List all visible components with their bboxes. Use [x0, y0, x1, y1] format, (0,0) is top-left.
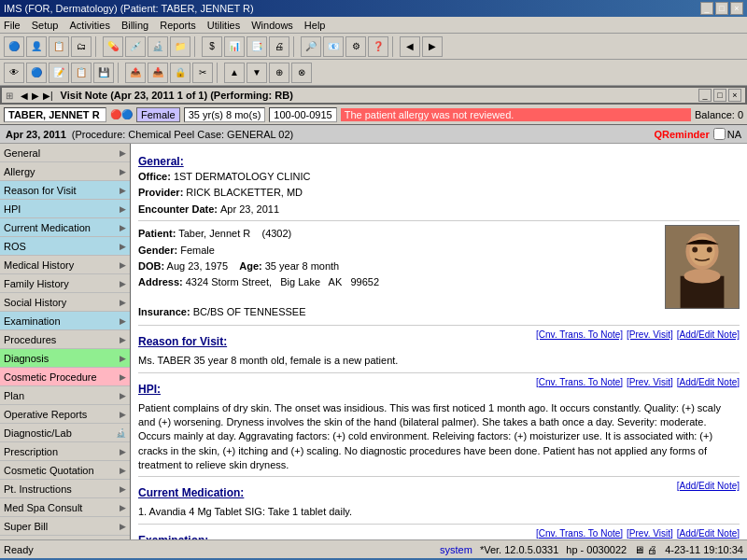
tb-btn-11[interactable]: 📑: [247, 36, 267, 57]
tb2-btn-9[interactable]: ✂: [192, 63, 213, 83]
vn-close[interactable]: ×: [728, 89, 741, 102]
sidebar-item-cosmeticquot[interactable]: Cosmetic Quotation ▶: [0, 461, 130, 480]
visit-note-header: ⊞ ◀ ▶ ▶| Visit Note (Apr 23, 2011 1 of 1…: [0, 86, 747, 105]
sidebar: General ▶ Allergy ▶ Reason for Visit ▶ H…: [0, 144, 131, 539]
sidebar-item-medication[interactable]: Current Medication ▶: [0, 218, 130, 237]
sidebar-item-medhistory[interactable]: Medical History ▶: [0, 256, 130, 274]
menu-reports[interactable]: Reports: [160, 20, 196, 31]
tb-btn-1[interactable]: 🔵: [4, 36, 24, 57]
sidebar-item-general[interactable]: General ▶: [0, 144, 130, 162]
sidebar-item-diagnosis[interactable]: Diagnosis ▶: [0, 349, 130, 368]
sidebar-item-ros[interactable]: ROS ▶: [0, 237, 130, 256]
tb-btn-5[interactable]: 💊: [103, 36, 123, 57]
tb-btn-18[interactable]: ▶: [422, 36, 443, 57]
general-header: General:: [138, 155, 740, 168]
qreminder-label[interactable]: QReminder: [654, 129, 709, 140]
exam-addedit[interactable]: [Add/Edit Note]: [677, 528, 740, 539]
tb2-btn-12[interactable]: ⊕: [269, 63, 289, 83]
hpi-prev[interactable]: [Prev. Visit]: [627, 377, 673, 387]
tb2-btn-11[interactable]: ▼: [247, 63, 267, 83]
sidebar-icon-19: ▶: [120, 503, 126, 512]
sidebar-item-cosmeticproc[interactable]: Cosmetic Procedure ▶: [0, 368, 130, 386]
sidebar-item-famhistory[interactable]: Family History ▶: [0, 274, 130, 293]
tb-btn-16[interactable]: ❓: [368, 36, 388, 57]
na-check-input[interactable]: [713, 128, 726, 140]
menu-activities[interactable]: Activities: [69, 20, 109, 31]
sidebar-item-medspa[interactable]: Med Spa Consult ▶: [0, 498, 130, 517]
sidebar-item-reason[interactable]: Reason for Visit ▶: [0, 181, 130, 200]
tb-btn-12[interactable]: 🖨: [269, 36, 289, 57]
tb-btn-10[interactable]: 📊: [224, 36, 245, 57]
patient-section: Patient: Taber, Jennet R (4302) Gender: …: [138, 225, 740, 321]
tb-btn-15[interactable]: ⚙: [345, 36, 366, 57]
tb2-btn-8[interactable]: 🔒: [170, 63, 190, 83]
toolbar-1: 🔵 👤 📋 🗂 💊 💉 🔬 📁 $ 📊 📑 🖨 🔎 📧 ⚙ ❓ ◀ ▶: [0, 34, 747, 60]
tb2-btn-6[interactable]: 📤: [125, 63, 146, 83]
content-scroll[interactable]: General: Office: 1ST DERMATOLOGY CLINIC …: [131, 144, 747, 539]
tb-btn-7[interactable]: 🔬: [148, 36, 168, 57]
tb-btn-6[interactable]: 💉: [125, 36, 146, 57]
sep-3: [293, 36, 297, 57]
sidebar-icon-2: ▶: [120, 186, 126, 195]
menu-windows[interactable]: Windows: [251, 20, 293, 31]
tb2-btn-10[interactable]: ▲: [224, 63, 245, 83]
tb-btn-13[interactable]: 🔎: [301, 36, 321, 57]
tb-btn-3[interactable]: 📋: [49, 36, 69, 57]
close-button[interactable]: ×: [730, 2, 743, 15]
patient-dob: DOB: Aug 23, 1975 Age: 35 year 8 month: [138, 259, 740, 273]
tb2-btn-3[interactable]: 📝: [49, 63, 69, 83]
tb-btn-4[interactable]: 🗂: [71, 36, 92, 57]
exam-cnv[interactable]: [Cnv. Trans. To Note]: [536, 528, 623, 539]
maximize-button[interactable]: □: [715, 2, 728, 15]
hpi-header: HPI:: [138, 383, 161, 396]
tb-btn-14[interactable]: 📧: [323, 36, 344, 57]
sidebar-item-vitalsigns[interactable]: Vital Signs ▶: [0, 536, 130, 539]
tb2-btn-4[interactable]: 📋: [71, 63, 92, 83]
na-checkbox[interactable]: NA: [713, 128, 741, 140]
patient-name-line: Patient: Taber, Jennet R (4302): [138, 227, 740, 241]
hpi-cnv[interactable]: [Cnv. Trans. To Note]: [536, 377, 623, 387]
tb2-btn-1[interactable]: 👁: [4, 63, 24, 83]
status-system: system: [440, 544, 472, 555]
sidebar-item-socialhistory[interactable]: Social History ▶: [0, 293, 130, 312]
sidebar-item-ptinstructions[interactable]: Pt. Instructions ▶: [0, 480, 130, 498]
hpi-addedit[interactable]: [Add/Edit Note]: [677, 377, 740, 387]
sidebar-item-prescription[interactable]: Prescription ▶: [0, 442, 130, 461]
rfv-actions: [Cnv. Trans. To Note] [Prev. Visit] [Add…: [536, 329, 740, 340]
tb2-btn-7[interactable]: 📥: [148, 63, 168, 83]
sidebar-item-examination[interactable]: Examination ▶: [0, 312, 130, 330]
sidebar-item-procedures[interactable]: Procedures ▶: [0, 330, 130, 349]
tb2-btn-5[interactable]: 💾: [93, 63, 114, 83]
tb-btn-9[interactable]: $: [202, 36, 222, 57]
cm-header: Current Medication:: [138, 486, 244, 499]
cm-addedit[interactable]: [Add/Edit Note]: [677, 481, 740, 491]
divider-5: [138, 524, 740, 525]
menu-help[interactable]: Help: [304, 20, 326, 31]
tb-btn-8[interactable]: 📁: [170, 36, 190, 57]
tb-btn-2[interactable]: 👤: [26, 36, 47, 57]
sidebar-item-superbill[interactable]: Super Bill ▶: [0, 517, 130, 536]
sidebar-item-hpi[interactable]: HPI ▶: [0, 200, 130, 218]
menu-utilities[interactable]: Utilities: [207, 20, 240, 31]
vn-minimize[interactable]: _: [698, 89, 712, 102]
menu-file[interactable]: File: [4, 20, 21, 31]
sidebar-item-plan[interactable]: Plan ▶: [0, 386, 130, 405]
tb2-btn-2[interactable]: 🔵: [26, 63, 47, 83]
rfv-cnv[interactable]: [Cnv. Trans. To Note]: [536, 329, 623, 340]
sidebar-item-allergy[interactable]: Allergy ▶: [0, 162, 130, 181]
tb-btn-17[interactable]: ◀: [400, 36, 420, 57]
exam-header: Examination:: [138, 534, 208, 539]
tb2-btn-13[interactable]: ⊗: [291, 63, 312, 83]
exam-prev[interactable]: [Prev. Visit]: [627, 528, 673, 539]
sidebar-icon-5: ▶: [120, 242, 126, 251]
menu-setup[interactable]: Setup: [32, 20, 59, 31]
general-encounter: Encounter Date: Apr 23, 2011: [138, 203, 740, 217]
minimize-button[interactable]: _: [700, 2, 713, 15]
sidebar-item-diaglab[interactable]: Diagnostic/Lab 🔬: [0, 424, 130, 442]
menu-billing[interactable]: Billing: [121, 20, 148, 31]
rfv-addedit[interactable]: [Add/Edit Note]: [677, 329, 740, 340]
vn-maximize[interactable]: □: [713, 89, 726, 102]
cm-row: Current Medication: [Add/Edit Note]: [138, 481, 740, 501]
rfv-prev[interactable]: [Prev. Visit]: [627, 329, 673, 340]
sidebar-item-opreports[interactable]: Operative Reports ▶: [0, 405, 130, 424]
